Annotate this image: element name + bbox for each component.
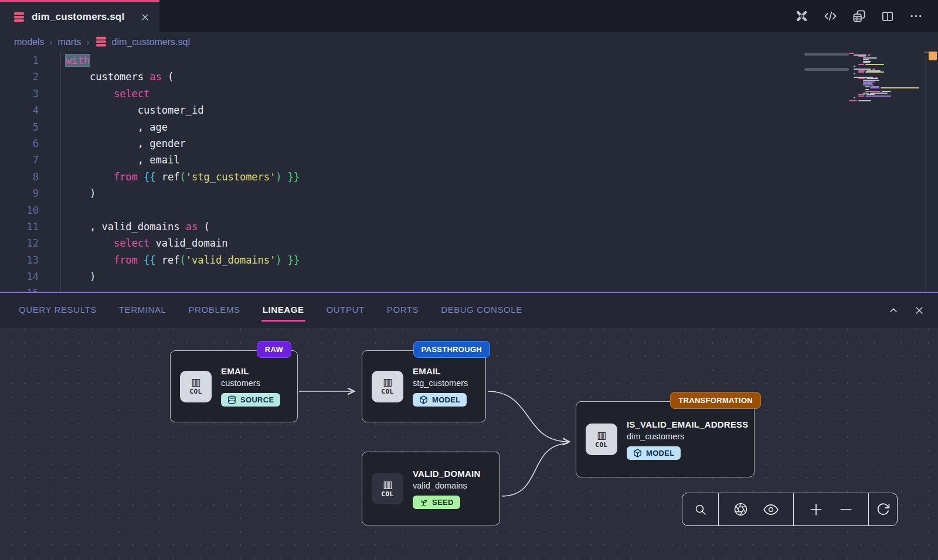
minimap-line [858, 64, 864, 65]
code-line[interactable]: 12 select valid_domain [0, 235, 300, 251]
panel-tab-terminal[interactable]: TERMINAL [119, 300, 166, 322]
panel-tabs: QUERY RESULTSTERMINALPROBLEMSLINEAGEOUTP… [0, 300, 522, 322]
minimap-line [865, 91, 881, 92]
breadcrumb-item-marts[interactable]: marts [58, 37, 81, 47]
line-number: 9 [0, 185, 39, 202]
line-content: ) [39, 268, 96, 285]
tab-dim-customers[interactable]: dim_customers.sql [0, 0, 159, 32]
code-line[interactable]: 8 from {{ ref('stg_customers') }} [0, 169, 300, 185]
code-line[interactable]: 1with [0, 52, 300, 69]
code-line[interactable]: 6 , gender [0, 135, 300, 152]
breadcrumb-item-models[interactable]: models [14, 37, 45, 47]
column-chip: ▥COL [586, 424, 617, 455]
code-icon[interactable] [824, 9, 837, 23]
line-number: 3 [0, 86, 39, 102]
node-column-name: EMAIL [221, 366, 249, 376]
breadcrumb-label: dim_customers.sql [112, 37, 190, 47]
toolbar-group [719, 493, 794, 525]
code-line[interactable]: 2 customers as ( [0, 69, 300, 85]
refresh-icon[interactable] [876, 502, 891, 517]
code-line[interactable]: 10 [0, 202, 300, 218]
resource-badge-model[interactable]: MODEL [627, 446, 681, 460]
line-number: 11 [0, 218, 39, 235]
close-tab-icon[interactable] [140, 12, 150, 22]
panel-tab-ports[interactable]: PORTS [387, 300, 419, 322]
lineage-node-valid_domains[interactable]: ▥COLVALID_DOMAINvalid_domainsSEED [362, 452, 500, 525]
line-number: 1 [0, 52, 39, 69]
node-model-name: customers [221, 378, 260, 388]
lineage-node-dim_customers[interactable]: TRANSFORMATION▥COLIS_VALID_EMAIL_ADDRESS… [576, 401, 755, 477]
resource-badge-source[interactable]: SOURCE [221, 393, 280, 407]
extension-icon[interactable] [795, 9, 808, 23]
toolbar-group [794, 493, 869, 525]
minimap-line [858, 94, 865, 95]
eye-icon[interactable] [763, 502, 779, 517]
minimap-line [882, 91, 891, 92]
lineage-canvas[interactable]: RAW▥COLEMAILcustomersSOURCEPASSTHROUGH▥C… [0, 328, 938, 560]
minimap-line [854, 54, 866, 56]
code-editor[interactable]: 1with2 customers as (3 select4 customer_… [0, 52, 938, 292]
code-line[interactable]: 14 ) [0, 268, 300, 285]
line-content: ) [39, 185, 96, 202]
aperture-icon[interactable] [733, 502, 748, 517]
minimap[interactable] [849, 53, 925, 170]
more-icon[interactable] [909, 9, 923, 23]
node-model-name: dim_customers [627, 432, 684, 441]
line-content: customers as ( [39, 69, 174, 85]
breadcrumb-label: marts [58, 37, 81, 47]
breadcrumb: models›marts›dim_customers.sql [0, 32, 938, 52]
minimap-line [868, 54, 871, 56]
line-content: , gender [39, 135, 186, 152]
lineage-node-customers[interactable]: RAW▥COLEMAILcustomersSOURCE [170, 350, 298, 422]
resource-badge-seed[interactable]: SEED [413, 496, 460, 509]
panel-tab-lineage[interactable]: LINEAGE [263, 300, 304, 322]
breadcrumb-separator: › [50, 37, 53, 47]
editor-tab-bar: dim_customers.sql [0, 0, 938, 32]
minimap-line [865, 64, 884, 65]
split-editor-icon[interactable] [881, 10, 894, 23]
breadcrumb-item-dim_customers-sql[interactable]: dim_customers.sql [95, 36, 190, 47]
code-line[interactable]: 11 , valid_domains as ( [0, 218, 300, 235]
line-number: 7 [0, 152, 39, 168]
minimap-line [849, 100, 857, 101]
panel-controls [888, 305, 938, 316]
seedling-icon [419, 498, 428, 507]
panel-tab-output[interactable]: OUTPUT [327, 300, 365, 322]
code-line[interactable]: 13 from {{ ref('valid_domains') }} [0, 252, 300, 268]
minimap-line [863, 59, 869, 60]
resource-badge-model[interactable]: MODEL [413, 393, 467, 407]
panel-tab-problems[interactable]: PROBLEMS [189, 300, 240, 322]
code-line[interactable]: 7 , email [0, 152, 300, 168]
panel-tab-debug-console[interactable]: DEBUG CONSOLE [441, 300, 522, 322]
lineage-node-stg_customers[interactable]: PASSTHROUGH▥COLEMAILstg_customersMODEL [362, 350, 486, 422]
zoom-in-icon[interactable] [808, 502, 824, 517]
code-line[interactable]: 9 ) [0, 185, 300, 202]
line-content [39, 285, 66, 292]
column-chip-label: COL [595, 441, 607, 449]
code-line[interactable]: 3 select [0, 86, 300, 102]
breadcrumb-label: models [14, 37, 45, 47]
toolbar-group [869, 493, 897, 525]
column-chip: ▥COL [372, 371, 403, 402]
search-icon[interactable] [694, 503, 708, 517]
column-chip: ▥COL [180, 371, 212, 402]
line-number: 12 [0, 235, 39, 251]
code-line[interactable]: 4 customer_id [0, 102, 300, 118]
copy-table-icon[interactable] [852, 9, 866, 23]
collapse-panel-icon[interactable] [888, 305, 899, 316]
minimap-line [866, 94, 875, 95]
minimap-line [854, 73, 855, 74]
code-line[interactable]: 15 [0, 285, 300, 292]
panel-tab-query-results[interactable]: QUERY RESULTS [19, 300, 97, 322]
node-column-name: EMAIL [413, 366, 441, 376]
overview-ruler [925, 52, 926, 292]
line-number: 2 [0, 69, 39, 85]
close-panel-icon[interactable] [913, 305, 925, 316]
line-content: with [39, 52, 90, 69]
resource-badge-label: SOURCE [240, 395, 274, 404]
columns-icon: ▥ [383, 480, 392, 490]
line-content: from {{ ref('stg_customers') }} [39, 169, 300, 185]
code-line[interactable]: 5 , age [0, 119, 300, 135]
node-column-name: IS_VALID_EMAIL_ADDRESS [627, 419, 749, 429]
zoom-out-icon[interactable] [838, 502, 854, 517]
